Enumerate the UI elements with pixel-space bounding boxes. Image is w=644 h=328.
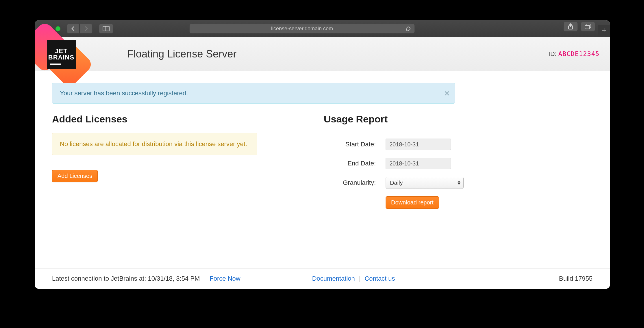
sidebar-toggle-button[interactable]: [99, 24, 113, 33]
window-maximize-button[interactable]: [55, 26, 60, 31]
sidebar-icon: [103, 26, 110, 31]
build-value: 17955: [575, 275, 593, 282]
address-bar[interactable]: license-server.domain.com: [189, 24, 415, 33]
end-date-label: End Date:: [324, 160, 376, 167]
toolbar-right: [563, 22, 605, 36]
end-date-input[interactable]: [386, 158, 451, 169]
new-tab-button[interactable]: [598, 25, 610, 36]
close-icon: ×: [444, 88, 449, 98]
tabs-icon: [584, 24, 591, 29]
start-date-row: Start Date:: [324, 139, 464, 150]
end-date-row: End Date:: [324, 158, 464, 169]
logo-text: JET: [55, 48, 67, 54]
browser-titlebar: license-server.domain.com: [35, 20, 610, 37]
granularity-label: Granularity:: [324, 179, 376, 187]
browser-window: license-server.domain.com: [35, 20, 610, 289]
granularity-select[interactable]: Daily: [386, 177, 464, 189]
plus-icon: [602, 28, 607, 33]
success-alert: Your server has been successfully regist…: [52, 83, 455, 104]
contact-us-link[interactable]: Contact us: [364, 275, 395, 282]
download-row: Download report: [324, 196, 464, 209]
start-date-input[interactable]: [386, 139, 451, 150]
connection-status: Latest connection to JetBrains at: 10/31…: [52, 275, 200, 282]
nav-forward-button[interactable]: [79, 24, 92, 33]
start-date-label: Start Date:: [324, 141, 376, 148]
content: Your server has been successfully regist…: [35, 71, 610, 268]
logo-text: BRAINS: [48, 54, 74, 61]
documentation-link[interactable]: Documentation: [312, 275, 355, 282]
usage-report-section: Usage Report Start Date: End Date: Granu…: [324, 111, 464, 216]
svg-rect-5: [585, 25, 590, 29]
chevron-right-icon: [84, 26, 88, 31]
share-icon: [568, 23, 573, 30]
licenses-heading: Added Licenses: [52, 113, 272, 125]
build-info: Build 17955: [559, 275, 593, 282]
licenses-warning: No licenses are allocated for distributi…: [52, 133, 257, 155]
force-now-link[interactable]: Force Now: [210, 275, 240, 282]
success-alert-text: Your server has been successfully regist…: [60, 90, 188, 97]
jetbrains-logo: JET BRAINS: [35, 37, 92, 71]
logo-underline: [50, 64, 61, 65]
share-button[interactable]: [563, 22, 578, 31]
address-text: license-server.domain.com: [271, 26, 333, 32]
licenses-section: Added Licenses No licenses are allocated…: [52, 111, 272, 216]
build-label: Build: [559, 275, 575, 282]
page-header: JET BRAINS Floating License Server ID: A…: [35, 37, 610, 71]
tabs-button[interactable]: [581, 22, 595, 31]
connection-prefix: Latest connection to JetBrains at:: [52, 275, 148, 282]
svg-rect-0: [103, 26, 109, 31]
licenses-warning-text: No licenses are allocated for distributi…: [60, 140, 247, 148]
page: JET BRAINS Floating License Server ID: A…: [35, 37, 610, 289]
granularity-value: Daily: [390, 180, 403, 186]
granularity-row: Granularity: Daily: [324, 177, 464, 189]
server-id: ID: ABCDE12345: [548, 50, 599, 58]
server-id-label: ID:: [548, 50, 556, 57]
add-licenses-button[interactable]: Add Licenses: [52, 170, 98, 182]
nav-buttons: [67, 24, 92, 33]
connection-time: 10/31/18, 3:54 PM: [148, 275, 200, 282]
page-title: Floating License Server: [127, 48, 236, 60]
separator: |: [359, 275, 361, 282]
server-id-value: ABCDE12345: [558, 50, 599, 57]
chevron-left-icon: [71, 26, 75, 31]
reload-icon[interactable]: [406, 26, 411, 31]
alert-close-button[interactable]: ×: [444, 88, 449, 98]
page-footer: Latest connection to JetBrains at: 10/31…: [35, 268, 610, 289]
usage-heading: Usage Report: [324, 113, 464, 125]
select-caret-icon: [458, 181, 460, 185]
nav-back-button[interactable]: [67, 24, 79, 33]
download-report-button[interactable]: Download report: [386, 196, 439, 209]
logo-box: JET BRAINS: [47, 40, 76, 69]
